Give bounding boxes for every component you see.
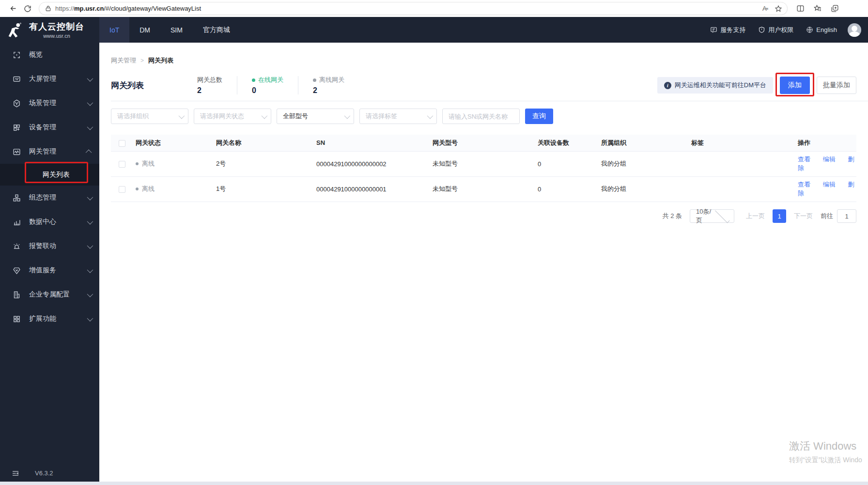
sidebar-item-enterprise-config[interactable]: 企业专属配置 [0,282,99,307]
overview-icon [13,50,21,59]
status-dot-icon [136,162,139,165]
chevron-down-icon [87,266,93,273]
user-permission-link[interactable]: 用户权限 [758,26,793,34]
shield-icon [758,26,765,33]
tab-dm[interactable]: DM [129,17,160,43]
stat-online: 在线网关 0 [252,76,283,95]
breadcrumb-parent[interactable]: 网关管理 [111,56,136,65]
language-switch[interactable]: English [806,26,837,33]
split-screen-icon[interactable] [796,4,805,13]
version-label: V6.3.2 [35,469,53,477]
device-icon [13,123,21,132]
sidebar-item-data-center[interactable]: 数据中心 [0,210,99,234]
chevron-down-icon [87,315,93,321]
tab-mall[interactable]: 官方商城 [193,17,240,43]
extensions-icon [13,314,21,323]
alarm-icon [13,242,21,250]
online-dot-icon [252,78,255,82]
sidebar-item-scene-mgmt[interactable]: 场景管理 [0,91,99,115]
tab-sim[interactable]: SIM [160,17,193,43]
goto-label: 前往 [821,212,833,220]
row-checkbox[interactable] [119,161,125,168]
page-number-button[interactable]: 1 [773,209,786,223]
sn-search-input[interactable] [442,109,520,124]
search-button[interactable]: 查询 [525,109,553,124]
dm-platform-banner: i 网关运维相关功能可前往DM平台 [657,77,773,94]
org-select[interactable]: 请选择组织 [111,109,188,124]
view-link[interactable]: 查看 [798,181,810,188]
page-bottom-strip [0,482,868,485]
sidebar-item-gateway-list[interactable]: 网关列表 [0,164,99,186]
sidebar-item-device-mgmt[interactable]: 设备管理 [0,115,99,140]
chevron-down-icon [427,112,434,119]
browser-toolbar: https://mp.usr.cn/#/cloud/gateway/ViewGa… [0,0,868,17]
refresh-icon[interactable] [20,1,35,16]
user-avatar[interactable] [848,23,861,37]
goto-page-input[interactable] [837,209,856,223]
gateway-status-select[interactable]: 请选择网关状态 [194,109,271,124]
col-gateway-status: 网关状态 [136,135,216,151]
sidebar-item-value-added-services[interactable]: 增值服务 [0,258,99,282]
col-gateway-model: 网关型号 [433,135,538,151]
section-divider [111,101,868,101]
service-support-link[interactable]: 服务支持 [710,26,745,34]
windows-activation-watermark: 激活 Windows 转到“设置”以激活 Windo [789,439,868,465]
pagination: 共 2 条 10条/页 上一页 1 下一页 前往 [663,209,856,223]
model-cell: 未知型号 [433,176,538,202]
offline-dot-icon [313,78,316,82]
app-logo[interactable]: 有人云控制台 www.usr.cn [0,17,99,43]
sidebar-item-extensions[interactable]: 扩展功能 [0,307,99,331]
model-select[interactable]: 全部型号 [277,109,354,124]
favorites-hub-icon[interactable] [813,4,822,13]
page-size-select[interactable]: 10条/页 [690,209,734,223]
lock-icon [45,5,51,12]
col-actions: 操作 [798,135,856,151]
gateway-name-cell: 2号 [216,151,316,176]
add-gateway-button[interactable]: 添加 [780,77,810,94]
breadcrumb-current: 网关列表 [148,56,173,65]
read-aloud-icon[interactable]: Aɴ [762,5,768,12]
select-all-checkbox[interactable] [119,140,125,147]
breadcrumb-separator: > [140,57,144,64]
stat-total: 网关总数 2 [197,76,222,95]
app-header: 有人云控制台 www.usr.cn IoT DM SIM 官方商城 服务支持 用… [0,17,868,43]
configuration-icon [13,193,21,202]
sidebar-item-gateway-mgmt[interactable]: 网关管理 [0,140,99,164]
collections-icon[interactable] [831,4,839,13]
next-page-button[interactable]: 下一页 [794,212,813,220]
batch-add-button[interactable]: 批量添加 [817,77,856,94]
view-link[interactable]: 查看 [798,156,810,163]
table-row: 离线 2号 00004291000000000002 未知型号 0 我的分组 查… [111,151,856,176]
main-content: 网关管理 > 网关列表 网关列表 网关总数 2 在线网关 0 离线网关 2 i [99,43,868,482]
sidebar-item-alarm-linkage[interactable]: 报警联动 [0,234,99,258]
scene-icon [13,99,21,108]
back-icon[interactable] [6,1,20,16]
edit-link[interactable]: 编辑 [823,181,836,188]
globe-icon [806,26,813,33]
favorite-star-icon[interactable] [775,5,782,13]
model-cell: 未知型号 [433,151,538,176]
sidebar-item-overview[interactable]: 概览 [0,43,99,67]
sidebar-collapse-icon[interactable] [12,470,19,477]
col-tag: 标签 [691,135,798,151]
sn-cell: 00004291000000000002 [316,151,433,176]
address-bar[interactable]: https://mp.usr.cn/#/cloud/gateway/ViewGa… [39,2,788,15]
usr-logo-icon [8,22,24,38]
info-icon: i [664,82,671,89]
chevron-down-icon [87,218,93,224]
chevron-down-icon [262,112,268,119]
org-cell: 我的分组 [601,176,691,202]
chevron-down-icon [179,112,185,119]
sidebar-item-configuration-mgmt[interactable]: 组态管理 [0,186,99,210]
prev-page-button[interactable]: 上一页 [746,212,765,220]
chevron-down-icon [715,208,729,223]
stat-offline: 离线网关 2 [313,76,344,95]
screen-icon [13,75,21,83]
row-checkbox[interactable] [119,186,125,193]
tab-iot[interactable]: IoT [99,17,129,43]
tag-select[interactable]: 请选择标签 [359,109,437,124]
sidebar-item-screen-mgmt[interactable]: 大屏管理 [0,67,99,91]
edit-link[interactable]: 编辑 [823,156,836,163]
sn-cell: 00004291000000000001 [316,176,433,202]
gateway-stats: 网关总数 2 在线网关 0 离线网关 2 [197,76,344,95]
